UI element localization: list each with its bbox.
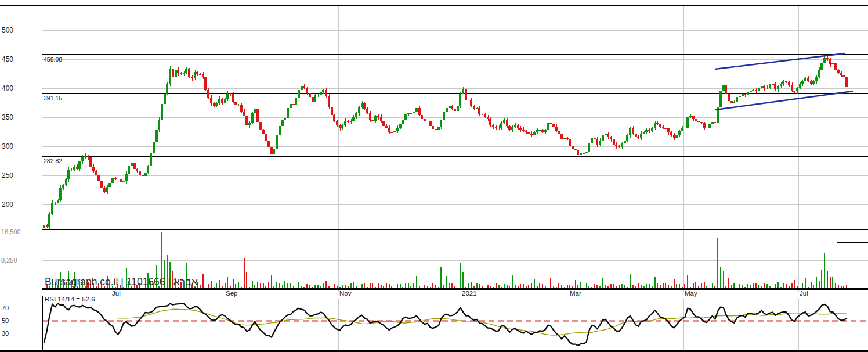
rsi-axis-label: 70 [2,305,9,311]
stock-chart-window: Bursagraph.co.il | 1101666 | אברא RSI 14… [0,0,868,352]
price-axis-label: 450 [2,56,13,63]
month-axis-label: Mar [570,290,581,297]
month-axis-label: 2021 [462,290,477,297]
watermark-title: Bursagraph.co.il | 1101666 | אברא [45,277,198,288]
price-axis-label: 500 [2,27,13,34]
month-axis-label: Jul [112,290,121,297]
candlestick-volume-rsi-plot [0,0,868,352]
month-axis-label: May [685,290,697,297]
volume-axis-label: 16,500 [1,229,21,235]
month-axis-label: Nov [339,290,351,297]
month-axis-label: Sep [226,290,237,297]
price-level-label: 282.82 [44,158,62,164]
price-axis-label: 200 [2,201,13,208]
price-level-label: 458.08 [44,56,62,63]
price-axis-label: 300 [2,143,13,150]
volume-axis-label: 8,250 [1,257,17,264]
rsi-indicator-label: RSI 14/14 = 52.6 [45,296,95,303]
rsi-axis-label: 30 [2,331,9,337]
price-axis-label: 250 [2,172,13,179]
month-axis-label: Jul [800,290,808,297]
rsi-axis-label: 50 [2,318,9,324]
price-axis-label: 350 [2,114,13,121]
price-level-label: 391.15 [44,95,62,102]
price-axis-label: 400 [2,85,13,92]
